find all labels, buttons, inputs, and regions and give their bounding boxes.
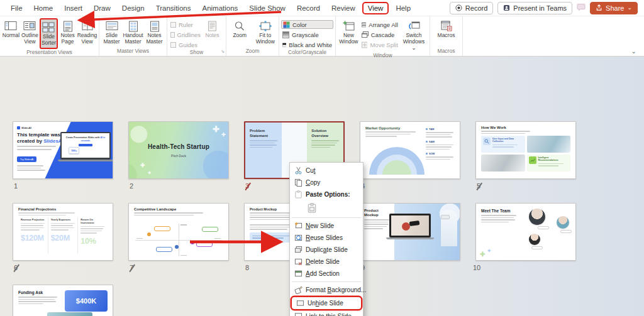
share-button[interactable]: Share ⌄: [590, 2, 638, 14]
cascade-button[interactable]: Cascade: [360, 30, 399, 39]
menu-bar: File Home Insert Draw Design Transitions…: [0, 0, 644, 16]
arrange-all-button[interactable]: Arrange All: [360, 20, 399, 29]
group-show: Ruler Gridlines Guides Notes Show ⇘: [167, 16, 226, 56]
slide-thumbnail-2[interactable]: ✚ ✚ ✚ ✚ Health-Tech Startup Pitch Deck: [128, 121, 229, 179]
slide-thumbnail-11[interactable]: Funding Ask $400K: [13, 285, 113, 316]
show-dialog-launcher[interactable]: ⇘: [221, 49, 225, 54]
tab-design[interactable]: Design: [116, 2, 150, 14]
slide-sorter-pane[interactable]: SlidesAI This template wascreated by Sli…: [0, 57, 644, 316]
comments-icon[interactable]: [577, 3, 586, 14]
move-split-button[interactable]: Move Split: [360, 40, 399, 49]
paste-option-button[interactable]: [290, 200, 363, 215]
tab-slide-show[interactable]: Slide Show: [243, 2, 291, 14]
tab-draw[interactable]: Draw: [88, 2, 116, 14]
slide-thumbnail-6[interactable]: Financial Projections Revenue Projection…: [13, 203, 113, 261]
switch-windows-chevron: ⌄: [411, 45, 416, 51]
group-color-grayscale: Color Grayscale Black and White Color/Gr…: [279, 16, 336, 56]
slide-number-5-hidden: 5: [477, 182, 486, 190]
notes-button[interactable]: Notes: [203, 18, 222, 40]
slide-thumbnail-4[interactable]: Market Opportunity TAM SAM SOM: [360, 121, 460, 179]
slide-thumbnail-5[interactable]: How We Work User Input and Data Collecti…: [475, 121, 576, 179]
color-button[interactable]: Color: [281, 20, 333, 29]
normal-view-icon: [4, 19, 17, 33]
menu-item-format-background[interactable]: Format Background...: [290, 284, 363, 296]
menu-item-unhide-slide[interactable]: Unhide Slide: [292, 297, 361, 309]
menu-item-new-slide[interactable]: New Slide: [290, 220, 363, 232]
group-master-views: Slide Master Handout Master Notes Master…: [99, 16, 167, 56]
record-button[interactable]: Record: [450, 2, 493, 14]
slide-master-button[interactable]: Slide Master: [101, 18, 122, 46]
slidesai-logo-icon: [17, 126, 20, 129]
slide-thumbnail-7[interactable]: Competitive Landscape: [128, 203, 229, 261]
tab-insert[interactable]: Insert: [58, 2, 88, 14]
menu-item-duplicate-slide[interactable]: Duplicate Slide: [290, 244, 363, 256]
group-label: Show: [167, 49, 226, 57]
menu-item-copy[interactable]: Copy: [290, 177, 363, 188]
macros-icon: [441, 19, 452, 33]
slide5-photo-medical: [481, 155, 525, 172]
unhide-slide-icon: [296, 299, 304, 307]
slide-sorter-button[interactable]: Slide Sorter: [40, 18, 58, 49]
black-and-white-button[interactable]: Black and White: [281, 40, 333, 49]
grayscale-button[interactable]: Grayscale: [281, 30, 333, 39]
normal-view-button[interactable]: Normal: [2, 18, 20, 40]
gridlines-checkbox[interactable]: Gridlines: [169, 30, 202, 39]
tab-help[interactable]: Help: [390, 2, 416, 14]
guides-checkbox[interactable]: Guides: [169, 40, 202, 49]
handout-master-button[interactable]: Handout Master: [123, 18, 143, 46]
new-window-button[interactable]: New Window: [338, 18, 360, 46]
macros-button[interactable]: Macros: [433, 18, 460, 40]
slide6-value-2: $20M: [51, 234, 75, 242]
team-photo-3: [529, 234, 540, 245]
slide3-left-title: Problem Statement: [250, 129, 277, 138]
slide6-value-3: 10%: [80, 237, 105, 246]
tab-file[interactable]: File: [5, 2, 28, 14]
menu-item-reuse-slides[interactable]: Reuse Slides: [290, 232, 363, 244]
notes-page-icon: [63, 19, 73, 33]
present-in-teams-button[interactable]: Present in Teams: [497, 2, 572, 14]
duplicate-slide-icon: [294, 246, 303, 254]
slide-thumbnail-10[interactable]: Meet The Team ✚ ✚: [475, 203, 576, 261]
menu-item-delete-slide[interactable]: Delete Slide: [290, 256, 363, 268]
context-menu: Cut Copy Paste Options: New Slide Reuse …: [289, 162, 364, 316]
slide-thumbnail-1[interactable]: SlidesAI This template wascreated by Sli…: [13, 121, 113, 179]
tab-animations[interactable]: Animations: [196, 2, 243, 14]
cascade-icon: [362, 31, 369, 38]
slide-number-1: 1: [14, 182, 23, 190]
zoom-button[interactable]: Zoom: [228, 18, 252, 40]
menu-item-cut[interactable]: Cut: [290, 165, 363, 177]
menu-item-add-section[interactable]: Add Section: [290, 268, 363, 280]
slidesai-logo-text: SlidesAI: [21, 126, 31, 129]
notes-page-button[interactable]: Notes Page: [58, 18, 77, 46]
magnifier-icon: [483, 138, 491, 145]
team-photo-2: [557, 216, 569, 229]
ribbon-tabs: File Home Insert Draw Design Transitions…: [0, 2, 416, 14]
group-zoom: Zoom Fit to Window Zoom: [226, 16, 279, 56]
menu-item-link-to-this-slide[interactable]: Link to this Slide: [290, 310, 363, 316]
share-icon: [596, 4, 602, 11]
slide9-title: Product Mockup: [364, 209, 391, 217]
tab-record[interactable]: Record: [291, 2, 326, 14]
delete-slide-icon: [294, 258, 303, 266]
fit-to-window-button[interactable]: Fit to Window: [254, 18, 277, 46]
ruler-checkbox[interactable]: Ruler: [169, 20, 202, 29]
tab-review[interactable]: Review: [326, 2, 361, 14]
tab-transitions[interactable]: Transitions: [150, 2, 197, 14]
notes-master-button[interactable]: Notes Master: [144, 18, 165, 46]
slide-thumbnail-9[interactable]: Product Mockup: [360, 203, 460, 261]
slide4-tam-sam-som-chart: [369, 146, 425, 175]
slide11-title: Funding Ask: [18, 290, 58, 295]
group-label: Macros: [430, 48, 462, 56]
switch-windows-button[interactable]: Switch Windows ⌄: [400, 18, 428, 52]
fit-to-window-icon: [259, 19, 272, 33]
slide-number-10: 10: [473, 264, 482, 271]
tab-home[interactable]: Home: [28, 2, 59, 14]
reading-view-button[interactable]: Reading View: [77, 18, 97, 46]
slide7-quadrant-chart: [135, 224, 222, 256]
outline-view-button[interactable]: Outline View: [21, 18, 39, 46]
slide-master-icon: [106, 19, 118, 33]
reading-view-icon: [81, 19, 94, 33]
collapse-ribbon-chevron[interactable]: ⌄: [631, 48, 636, 55]
slide-number-8: 8: [245, 264, 254, 271]
tab-view[interactable]: View: [362, 2, 389, 14]
